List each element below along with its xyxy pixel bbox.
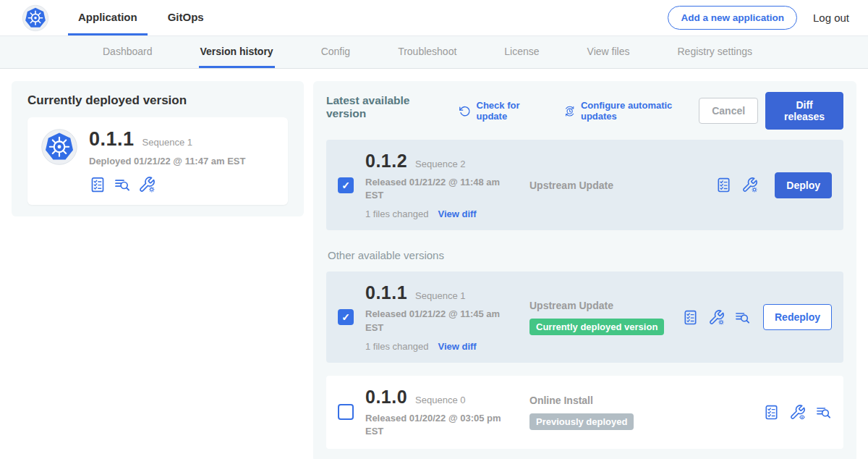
edit-config-icon[interactable] (138, 176, 156, 193)
configure-automatic-updates-link[interactable]: Configure automatic updates (563, 100, 699, 122)
subnav-dashboard[interactable]: Dashboard (101, 36, 154, 68)
other-versions-title: Other available versions (328, 249, 843, 261)
preflight-checks-icon[interactable] (89, 176, 106, 193)
deployed-version-number: 0.1.1 (89, 128, 135, 151)
files-changed-label: 1 files changed (365, 209, 428, 219)
preflight-checks-icon[interactable] (763, 404, 780, 421)
configure-updates-label: Configure automatic updates (581, 100, 699, 122)
version-source-label: Upstream Update (529, 180, 704, 191)
tab-application[interactable]: Application (68, 0, 148, 35)
app-logo-icon (41, 128, 78, 166)
version-number: 0.1.2 (365, 151, 407, 172)
refresh-icon (459, 104, 471, 118)
deploy-logs-icon[interactable] (815, 404, 832, 421)
version-row-0-1-2: 0.1.2 Sequence 2 Released 01/21/22 @ 11:… (326, 140, 843, 230)
diff-checkbox[interactable] (338, 309, 354, 325)
subnav-config[interactable]: Config (320, 36, 352, 68)
deploy-logs-icon[interactable] (114, 176, 131, 193)
currently-deployed-panel: Currently deployed version 0.1.1 Sequenc… (12, 81, 304, 216)
diff-checkbox[interactable] (338, 177, 354, 193)
view-diff-link[interactable]: View diff (438, 209, 476, 219)
cancel-button[interactable]: Cancel (699, 98, 758, 124)
preflight-checks-icon[interactable] (682, 309, 699, 326)
sequence-label: Sequence 1 (415, 290, 465, 301)
subnav-registry-settings[interactable]: Registry settings (676, 36, 753, 68)
logout-link[interactable]: Log out (813, 12, 849, 24)
top-nav-right: Add a new application Log out (668, 6, 849, 30)
tab-gitops[interactable]: GitOps (158, 0, 214, 35)
deployed-sequence-label: Sequence 1 (142, 137, 192, 148)
deployed-version-card: 0.1.1 Sequence 1 Deployed 01/21/22 @ 11:… (27, 117, 288, 205)
previously-deployed-badge: Previously deployed (529, 413, 634, 430)
check-for-update-link[interactable]: Check for update (459, 100, 545, 122)
files-changed-label: 1 files changed (365, 341, 428, 352)
subnav-view-files[interactable]: View files (586, 36, 631, 68)
diff-checkbox[interactable] (338, 404, 354, 420)
version-source-label: Upstream Update (529, 300, 671, 311)
released-timestamp: Released 01/21/22 @ 11:45 am EST (365, 308, 514, 334)
version-number: 0.1.1 (365, 282, 407, 303)
version-number: 0.1.0 (365, 387, 407, 408)
subnav-license[interactable]: License (503, 36, 540, 68)
currently-deployed-title: Currently deployed version (27, 93, 288, 108)
check-for-update-label: Check for update (477, 100, 546, 122)
sequence-label: Sequence 2 (415, 159, 465, 169)
available-versions-header: Latest available version Check for updat… (326, 92, 843, 130)
version-source-label: Online Install (529, 395, 752, 406)
subnav-version-history[interactable]: Version history (199, 36, 275, 68)
latest-available-title: Latest available version (326, 94, 441, 120)
top-tabs: Application GitOps (68, 0, 214, 35)
version-row-0-1-1: 0.1.1 Sequence 1 Released 01/21/22 @ 11:… (326, 271, 843, 362)
top-nav: Application GitOps Add a new application… (0, 0, 868, 36)
deploy-button[interactable]: Deploy (775, 172, 832, 198)
subnav-troubleshoot[interactable]: Troubleshoot (396, 36, 458, 68)
deployed-timestamp: Deployed 01/21/22 @ 11:47 am EST (89, 156, 245, 167)
kubernetes-logo-icon (22, 4, 49, 32)
currently-deployed-badge: Currently deployed version (529, 319, 664, 335)
released-timestamp: Released 01/21/22 @ 11:48 am EST (365, 176, 514, 202)
clock-refresh-icon (563, 104, 576, 118)
diff-releases-button[interactable]: Diff releases (765, 92, 843, 130)
redeploy-button[interactable]: Redeploy (763, 304, 832, 330)
view-diff-link[interactable]: View diff (438, 341, 476, 352)
available-versions-panel: Latest available version Check for updat… (313, 81, 856, 459)
deploy-logs-icon[interactable] (734, 309, 751, 326)
edit-config-icon[interactable] (708, 309, 725, 326)
released-timestamp: Released 01/20/22 @ 03:05 pm EST (365, 412, 514, 438)
version-row-0-1-0: 0.1.0 Sequence 0 Released 01/20/22 @ 03:… (326, 376, 843, 449)
main-content: Currently deployed version 0.1.1 Sequenc… (0, 69, 868, 459)
app-sub-nav: Dashboard Version history Config Trouble… (0, 36, 868, 69)
preflight-checks-icon[interactable] (715, 177, 732, 193)
edit-config-icon[interactable] (741, 177, 758, 193)
view-config-icon[interactable] (789, 404, 806, 421)
add-application-button[interactable]: Add a new application (668, 6, 797, 30)
sequence-label: Sequence 0 (415, 395, 465, 405)
